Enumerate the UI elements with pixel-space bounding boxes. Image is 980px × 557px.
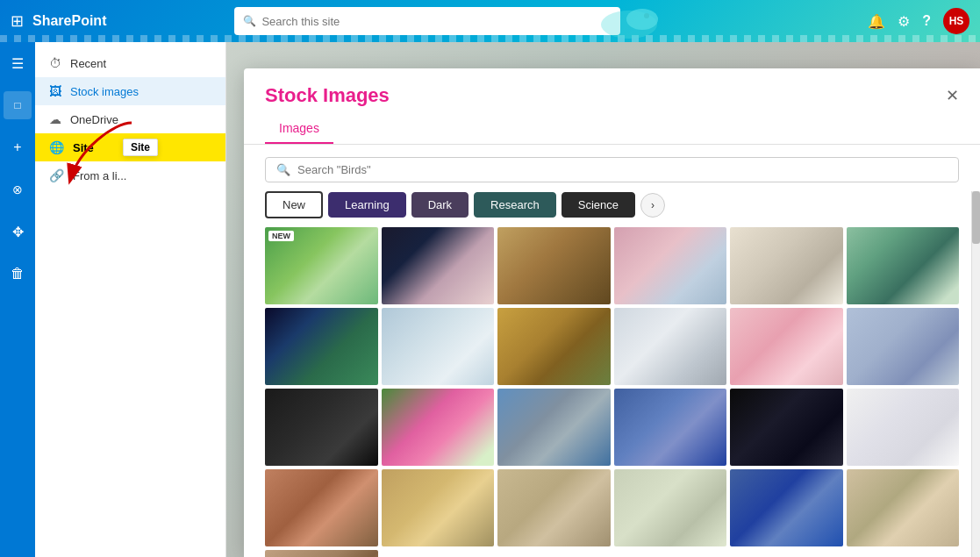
image-cell[interactable] — [614, 389, 727, 466]
bell-icon[interactable]: 🔔 — [868, 13, 885, 30]
rail-page-icon[interactable]: □ — [4, 91, 32, 119]
image-cell[interactable] — [497, 469, 611, 546]
category-science[interactable]: Science — [562, 192, 635, 218]
image-cell[interactable] — [847, 227, 960, 304]
whale-decoration — [594, 0, 664, 42]
image-cell[interactable] — [497, 389, 611, 466]
nav-item-recent-label: Recent — [70, 57, 106, 70]
topbar: ⊞ SharePoint 🔍 🔔 ⚙ ? HS — [0, 0, 980, 42]
category-learning[interactable]: Learning — [328, 192, 406, 218]
image-cell[interactable] — [730, 469, 843, 546]
nav-item-from-link-label: From a li... — [73, 169, 126, 182]
image-cell[interactable] — [265, 469, 378, 546]
rail-plus-icon[interactable]: + — [4, 133, 32, 161]
link-icon: 🔗 — [49, 168, 64, 182]
apps-grid-icon[interactable]: ⊞ — [11, 11, 24, 31]
help-icon[interactable]: ? — [922, 13, 931, 29]
category-research[interactable]: Research — [474, 192, 556, 218]
tab-images[interactable]: Images — [265, 114, 333, 144]
image-cell[interactable] — [730, 389, 843, 466]
search-input[interactable] — [261, 15, 612, 28]
category-dark[interactable]: Dark — [411, 192, 469, 218]
search-icon: 🔍 — [243, 15, 256, 27]
category-new[interactable]: New — [265, 191, 323, 218]
svg-point-2 — [644, 13, 649, 18]
avatar[interactable]: HS — [943, 8, 969, 34]
image-cell[interactable] — [382, 227, 495, 304]
image-cell[interactable] — [730, 227, 843, 304]
image-cell[interactable] — [730, 308, 843, 385]
icon-rail: ☰ □ + ⊗ ✥ 🗑 — [0, 42, 35, 557]
globe-icon: 🌐 — [49, 140, 64, 154]
sharepoint-logo: SharePoint — [32, 13, 106, 29]
image-cell[interactable] — [497, 227, 611, 304]
cloud-icon: ☁ — [49, 112, 61, 126]
image-cell[interactable] — [265, 389, 378, 466]
image-cell[interactable] — [382, 308, 495, 385]
nav-item-from-link[interactable]: 🔗 From a li... — [35, 161, 225, 189]
search-bar[interactable]: 🔍 — [234, 7, 620, 35]
main-layout: ☰ □ + ⊗ ✥ 🗑 ⏱ Recent 🖼 Stock images ☁ On… — [0, 42, 980, 557]
topbar-actions: 🔔 ⚙ ? HS — [868, 8, 969, 34]
image-cell[interactable] — [382, 469, 495, 546]
image-cell[interactable] — [265, 308, 378, 385]
modal-tabs: Images — [244, 107, 980, 145]
modal-header: Stock Images ✕ — [244, 68, 980, 107]
clock-icon: ⏱ — [49, 56, 61, 70]
content-area: Stock Images ✕ Images 🔍 New Learning Dar… — [226, 42, 980, 557]
nav-item-onedrive[interactable]: ☁ OneDrive — [35, 105, 225, 133]
image-cell[interactable] — [614, 469, 727, 546]
nav-item-stock-images[interactable]: 🖼 Stock images — [35, 77, 225, 105]
modal-scrollbar[interactable] — [971, 191, 980, 557]
rail-nav-icon[interactable]: ☰ — [4, 49, 32, 77]
search-icon-small: 🔍 — [276, 163, 290, 176]
image-grid: NEW — [244, 227, 980, 557]
image-cell[interactable] — [847, 469, 960, 546]
nav-item-stock-label: Stock images — [70, 85, 139, 98]
image-cell[interactable] — [847, 308, 960, 385]
image-cell[interactable] — [497, 308, 611, 385]
scrollbar-thumb[interactable] — [972, 191, 980, 244]
categories-next-button[interactable]: › — [640, 193, 665, 218]
svg-point-1 — [626, 9, 658, 30]
image-cell[interactable]: NEW — [265, 227, 378, 304]
topbar-wave-decoration — [0, 35, 980, 42]
nav-item-site-label: Site — [73, 141, 94, 154]
image-search-input[interactable] — [297, 163, 948, 176]
site-tooltip: Site — [123, 139, 158, 156]
image-cell[interactable] — [265, 550, 378, 557]
sharepoint-logo-text: SharePoint — [32, 13, 106, 29]
image-search-bar[interactable]: 🔍 — [265, 157, 959, 182]
nav-item-site[interactable]: 🌐 Site Site — [35, 133, 225, 161]
nav-item-onedrive-label: OneDrive — [70, 113, 118, 126]
rail-layers-icon[interactable]: ⊗ — [4, 175, 32, 204]
image-cell[interactable] — [614, 308, 727, 385]
image-cell[interactable] — [847, 389, 960, 466]
image-cell[interactable] — [614, 227, 727, 304]
close-button[interactable]: ✕ — [946, 86, 959, 105]
rail-trash-icon[interactable]: 🗑 — [4, 260, 32, 288]
category-bar: New Learning Dark Research Science › — [244, 191, 980, 227]
stock-images-modal: Stock Images ✕ Images 🔍 New Learning Dar… — [244, 68, 980, 557]
rail-move-icon[interactable]: ✥ — [4, 218, 32, 246]
image-icon: 🖼 — [49, 84, 61, 98]
nav-item-recent[interactable]: ⏱ Recent — [35, 49, 225, 77]
image-badge: NEW — [268, 231, 294, 241]
gear-icon[interactable]: ⚙ — [898, 13, 910, 30]
modal-title: Stock Images — [265, 84, 390, 107]
nav-panel: ⏱ Recent 🖼 Stock images ☁ OneDrive 🌐 Sit… — [35, 42, 226, 557]
image-cell[interactable] — [382, 389, 495, 466]
